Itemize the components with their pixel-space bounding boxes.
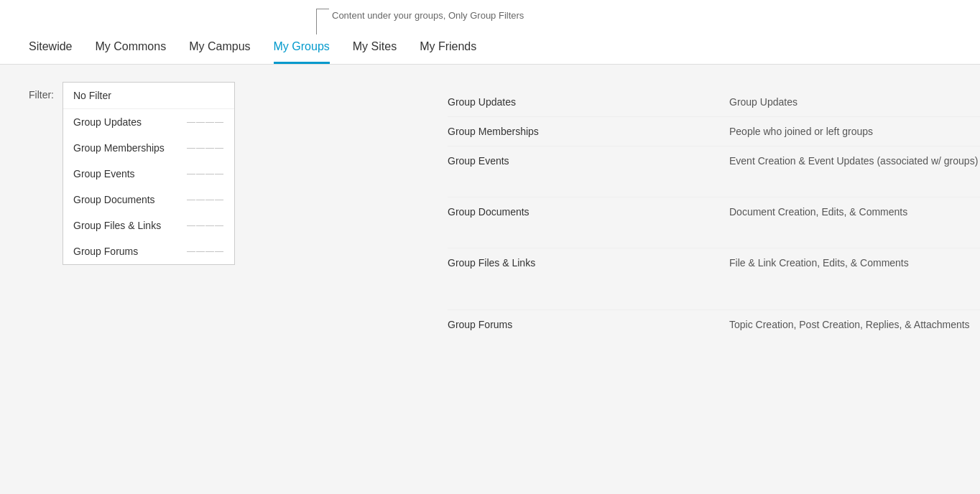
table-row: Group Memberships People who joined or l… xyxy=(448,117,980,146)
filter-item-group-updates[interactable]: Group Updates ———— xyxy=(63,109,234,135)
filter-label: Filter: xyxy=(29,82,54,101)
filter-item-group-files-links[interactable]: Group Files & Links ———— xyxy=(63,213,234,238)
filter-dropdown-header[interactable]: No Filter xyxy=(63,83,234,109)
nav-tabs: Sitewide My Commons My Campus My Groups … xyxy=(29,32,476,64)
table-row: Group Updates Group Updates group_detail… xyxy=(448,88,980,117)
filter-item-group-documents[interactable]: Group Documents ———— xyxy=(63,187,234,213)
filter-table: Group Updates Group Updates group_detail… xyxy=(448,88,980,371)
filter-dropdown[interactable]: No Filter Group Updates ———— Group Membe… xyxy=(63,82,235,265)
row-name: Group Forums xyxy=(448,319,706,330)
row-name: Group Memberships xyxy=(448,126,706,137)
row-name: Group Files & Links xyxy=(448,257,706,269)
tab-my-groups[interactable]: My Groups xyxy=(274,32,330,64)
table-row: Group Documents Document Creation, Edits… xyxy=(448,197,980,248)
tab-sitewide[interactable]: Sitewide xyxy=(29,32,72,64)
filter-row: Filter: No Filter Group Updates ———— Gro… xyxy=(29,82,951,371)
table-row: Group Events Event Creation & Event Upda… xyxy=(448,146,980,197)
filter-item-group-events[interactable]: Group Events ———— xyxy=(63,161,234,187)
main-content: Filter: No Filter Group Updates ———— Gro… xyxy=(0,65,980,397)
row-name: Group Events xyxy=(448,155,706,167)
tab-my-campus[interactable]: My Campus xyxy=(189,32,250,64)
row-description: Document Creation, Edits, & Comments xyxy=(729,206,980,218)
filter-dropdown-box[interactable]: No Filter Group Updates ———— Group Membe… xyxy=(63,82,235,265)
dropdown-and-table: No Filter Group Updates ———— Group Membe… xyxy=(63,82,980,371)
row-description: File & Link Creation, Edits, & Comments xyxy=(729,257,980,269)
row-name: Group Documents xyxy=(448,206,706,218)
filter-item-group-memberships[interactable]: Group Memberships ———— xyxy=(63,135,234,161)
row-description: Group Updates xyxy=(729,96,980,108)
bracket-icon xyxy=(316,9,329,34)
filter-item-group-forums[interactable]: Group Forums ———— xyxy=(63,238,234,264)
tab-my-commons[interactable]: My Commons xyxy=(95,32,166,64)
row-description: People who joined or left groups xyxy=(729,126,980,137)
tab-my-sites[interactable]: My Sites xyxy=(353,32,397,64)
table-row: Group Forums Topic Creation, Post Creati… xyxy=(448,310,980,371)
tooltip-annotation: Content under your groups, Only Group Fi… xyxy=(316,7,524,34)
annotation-text: Content under your groups, Only Group Fi… xyxy=(332,7,524,21)
table-row: Group Files & Links File & Link Creation… xyxy=(448,248,980,310)
row-description: Event Creation & Event Updates (associat… xyxy=(729,155,980,167)
tab-my-friends[interactable]: My Friends xyxy=(420,32,476,64)
row-description: Topic Creation, Post Creation, Replies, … xyxy=(729,319,980,330)
row-name: Group Updates xyxy=(448,96,706,108)
top-nav-bar: Content under your groups, Only Group Fi… xyxy=(0,0,980,65)
